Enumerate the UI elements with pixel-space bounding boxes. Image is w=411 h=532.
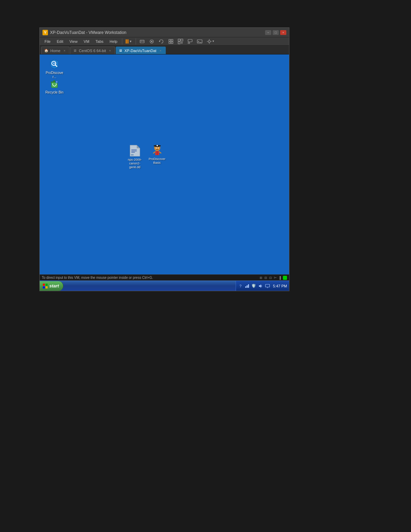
svg-rect-46 [248,284,249,288]
system-clock: 5:47 PM [273,284,287,288]
svg-rect-40 [43,284,45,286]
send-ctrl-alt-del-button[interactable] [138,38,147,45]
tab-centos-label: CentOS 6 64-bit [79,49,106,53]
centos-tab-icon: 🖥 [73,49,77,52]
tray-shield-icon[interactable]: 🛡️ [251,283,257,289]
tab-xp-label: XP-DaoVuTuanDat [124,49,156,53]
svg-rect-11 [181,39,183,41]
recycle-bin-icon-image: 2 [49,78,60,89]
unity-button[interactable] [176,38,185,45]
svg-point-35 [158,148,159,149]
prodiscover-basic-image [151,144,163,156]
title-bar-left: V XP-DaoVuTuanDat - VMware Workstation [42,30,126,35]
svg-rect-27 [131,149,137,150]
settings-button[interactable]: ▼ [205,38,216,45]
title-bar-controls: − □ × [265,30,286,35]
snapshot-button[interactable] [147,38,156,45]
switch-view-button[interactable] [186,38,195,45]
tab-centos-close[interactable]: × [108,49,112,53]
menu-help[interactable]: Help [107,39,120,44]
revert-button[interactable] [157,38,166,45]
svg-point-34 [155,148,157,149]
fullscreen-button[interactable] [166,38,175,45]
prodiscover-icon-image: PD [49,59,60,70]
menu-bar: File Edit View VM Tabs Help ▼ [40,37,289,46]
svg-rect-0 [140,40,144,43]
status-message: To direct input to this VM, move the mou… [42,276,153,280]
tab-home[interactable]: 🏠 Home × [41,47,70,54]
dd-file-label: nps-2009-canon2-gen6.dd [125,158,145,169]
tab-xp-close[interactable]: × [159,49,163,53]
tab-centos[interactable]: 🖥 CentOS 6 64-bit × [70,47,115,54]
start-label: start [49,283,59,288]
taskbar: start ? 🛡️ 5:47 PM [40,281,289,291]
tray-help-icon[interactable]: ? [238,284,243,288]
tab-home-close[interactable]: × [62,49,66,53]
minimize-button[interactable]: − [265,30,271,35]
menu-view[interactable]: View [67,39,80,44]
pause-button[interactable]: ▼ [124,38,134,45]
menu-file[interactable]: File [42,39,53,44]
status-right: ⊞ ⊟ ⊡ ⊢ ▐ [260,276,287,280]
svg-text:PD: PD [53,62,55,64]
svg-rect-9 [171,42,173,44]
svg-marker-5 [159,40,160,42]
status-icon-2: ⊟ [264,276,267,280]
menu-vm[interactable]: VM [81,39,92,44]
start-button[interactable]: start [40,281,63,291]
toolbar-sep-2 [136,38,136,45]
svg-rect-44 [245,286,246,288]
status-icon-3: ⊡ [269,276,272,280]
recycle-bin-label: Recycle Bin [46,90,64,95]
dd-file-icon[interactable]: DD nps-2009-canon2-gen6.dd [124,144,146,170]
svg-point-4 [151,41,152,42]
svg-rect-8 [169,42,171,44]
restore-button[interactable]: □ [273,30,279,35]
svg-rect-43 [46,286,48,288]
svg-rect-10 [178,39,180,41]
svg-rect-28 [131,151,137,151]
menu-tabs[interactable]: Tabs [93,39,106,44]
dd-file-image: DD [129,145,141,157]
svg-rect-29 [131,152,135,153]
terminal-button[interactable] [195,38,204,45]
svg-rect-48 [265,284,270,287]
window-title: XP-DaoVuTuanDat - VMware Workstation [50,30,126,35]
svg-text:DD: DD [131,154,134,156]
tray-vm-icon[interactable] [265,283,270,289]
svg-rect-13 [188,39,192,42]
tray-sound-icon[interactable] [258,283,263,289]
recycle-bin-icon[interactable]: 2 Recycle Bin [42,77,66,96]
vm-desktop[interactable]: PD ProDiscover... 2 [40,54,289,291]
svg-point-36 [157,145,158,146]
prodiscover-basic-label: ProDiscover Basic [147,157,167,165]
toolbar-sep-1 [122,38,122,45]
pause-icon [126,39,128,44]
xp-tab-icon: 🖥 [119,49,122,52]
tab-home-label: Home [50,49,60,53]
svg-rect-7 [171,39,173,41]
vmware-window: V XP-DaoVuTuanDat - VMware Workstation −… [39,27,289,291]
close-button[interactable]: × [280,30,286,35]
svg-rect-6 [169,39,171,41]
tray-network-icon[interactable] [244,283,250,289]
title-bar: V XP-DaoVuTuanDat - VMware Workstation −… [40,28,289,37]
svg-rect-2 [142,41,144,41]
prodiscover-basic-icon[interactable]: ProDiscover Basic [146,143,168,166]
menu-edit[interactable]: Edit [54,39,66,44]
svg-rect-45 [247,285,248,288]
status-icon-4: ⊢ [274,276,277,280]
svg-rect-41 [46,284,48,286]
home-icon: 🏠 [44,49,48,52]
tab-xp[interactable]: 🖥 XP-DaoVuTuanDat × [116,47,165,54]
svg-marker-47 [259,284,261,288]
svg-rect-14 [188,42,190,44]
vm-status-indicator [283,276,287,280]
status-icon-5: ▐ [279,276,281,280]
svg-rect-12 [178,42,180,44]
status-icon-1: ⊞ [260,276,262,280]
system-tray: ? 🛡️ 5:47 PM [236,281,289,291]
status-bar: To direct input to this VM, move the mou… [40,274,289,281]
svg-line-39 [159,152,161,153]
svg-rect-42 [43,286,45,288]
